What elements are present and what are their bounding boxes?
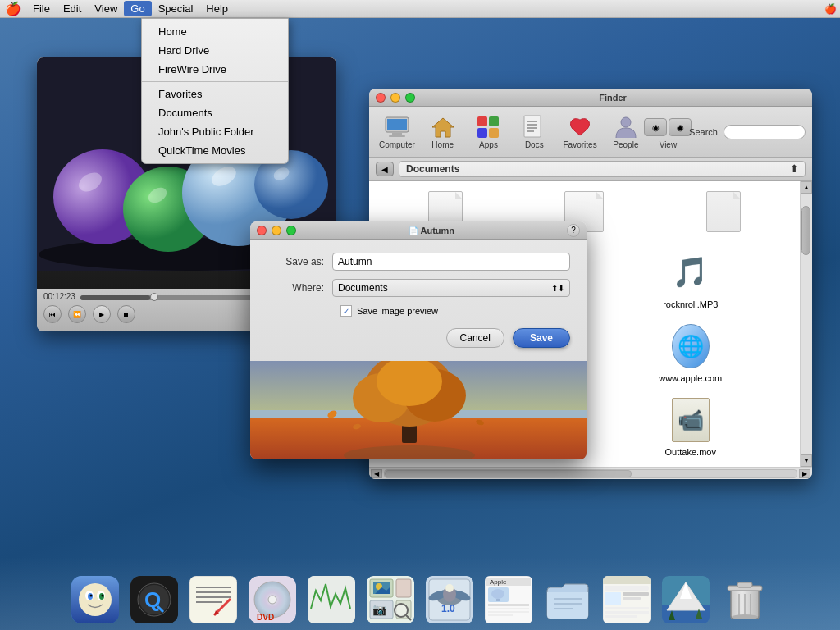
scroll-right-button[interactable]: ▶ (799, 469, 810, 478)
finder-close-button[interactable] (376, 93, 386, 103)
autumn-preview (250, 361, 587, 459)
toolbar-computer[interactable]: Computer (376, 112, 418, 152)
scrollbar-thumb[interactable] (801, 206, 810, 255)
go-menu-documents[interactable]: Documents (142, 103, 288, 122)
folder-dock-icon (544, 576, 591, 623)
menubar: 🍎 File Edit View Go Special Help 🍎 (0, 0, 840, 18)
svg-rect-90 (488, 614, 513, 616)
menu-file[interactable]: File (26, 1, 57, 16)
apple-menu-icon[interactable]: 🍎 (3, 1, 23, 16)
toolbar-home[interactable]: Home (422, 112, 464, 152)
rewind-button[interactable]: ⏮ (43, 305, 62, 323)
svg-marker-14 (432, 118, 454, 137)
finder-dock-icon (71, 576, 119, 623)
toolbar-apps[interactable]: Apps (468, 112, 510, 152)
save-dialog-titlebar: 📄 Autumn ? (250, 221, 587, 240)
menu-help[interactable]: Help (199, 1, 235, 16)
svg-rect-19 (524, 116, 541, 137)
save-as-input[interactable] (332, 253, 570, 271)
dock-item-dvd[interactable]: DVD (244, 568, 300, 623)
svg-rect-86 (496, 599, 500, 601)
dock-item-browser[interactable] (599, 568, 655, 623)
dock-item-mountain[interactable] (658, 568, 714, 623)
dock-item-textedit[interactable] (185, 568, 241, 623)
current-location: Documents (406, 163, 459, 175)
list-item[interactable]: 🌐 www.apple.com (588, 319, 794, 386)
toolbar-people[interactable]: People (605, 112, 647, 152)
save-minimize-button[interactable] (272, 226, 281, 235)
list-item[interactable]: 🎵 rocknroll.MP3 (588, 245, 794, 313)
go-menu-favorites[interactable]: Favorites (142, 84, 288, 103)
svg-point-59 (268, 596, 276, 604)
where-dropdown[interactable]: Documents ⬆⬇ (332, 279, 570, 297)
svg-rect-17 (477, 128, 487, 138)
stop-button[interactable]: ⏹ (117, 305, 135, 323)
svg-rect-96 (605, 586, 649, 591)
horizontal-scrollbar-thumb[interactable] (385, 470, 632, 477)
scrollbar-down-button[interactable]: ▼ (801, 454, 812, 467)
svg-rect-99 (623, 597, 641, 600)
go-menu-public-folder[interactable]: John's Public Folder (142, 122, 288, 141)
quicktime-dock-icon: Q (130, 576, 178, 623)
menu-edit[interactable]: Edit (57, 1, 88, 16)
save-close-button[interactable] (257, 226, 267, 235)
go-menu-firewire-drive[interactable]: FireWire Drive (142, 60, 288, 79)
scrollbar-up-button[interactable]: ▲ (801, 181, 812, 194)
svg-point-44 (102, 595, 104, 597)
menu-special[interactable]: Special (152, 1, 200, 16)
dvd-dock-icon: DVD (249, 576, 296, 623)
dock-item-finder[interactable] (67, 568, 123, 623)
menu-go[interactable]: Go (124, 1, 151, 16)
finder-minimize-button[interactable] (390, 93, 400, 103)
dock-item-trash[interactable] (717, 568, 773, 623)
save-as-label: Save as: (267, 256, 332, 267)
home-icon (430, 114, 456, 140)
toolbar-view[interactable]: ◉ ◉ View (651, 112, 686, 152)
finder-toolbar: Computer Home Apps (369, 107, 812, 158)
view-btn-1[interactable]: ◉ (644, 118, 667, 136)
dock-item-iphoto[interactable]: 📷 (363, 568, 418, 623)
svg-point-43 (90, 595, 93, 597)
finder-maximize-button[interactable] (405, 93, 415, 103)
toolbar-docs[interactable]: Docs (513, 112, 555, 152)
dock-item-quicktime[interactable]: Q (126, 568, 182, 623)
list-item[interactable] (691, 188, 756, 239)
dock-item-sound[interactable] (304, 568, 359, 623)
search-input[interactable] (724, 125, 806, 139)
skip-back-button[interactable]: ⏪ (68, 305, 86, 323)
play-button[interactable]: ▶ (93, 305, 111, 323)
audio-file-icon: 🎵 (669, 249, 712, 296)
toolbar-favorites[interactable]: Favorites (559, 112, 601, 152)
save-dialog-title: 📄 Autumn (301, 226, 562, 235)
go-menu-dropdown: Home Hard Drive FireWire Drive Favorites… (141, 18, 289, 164)
menu-view[interactable]: View (88, 1, 124, 16)
horizontal-scrollbar[interactable]: ◀ ▶ (369, 467, 812, 479)
cancel-button[interactable]: Cancel (446, 328, 504, 348)
svg-rect-15 (477, 116, 487, 126)
dock-item-apple-doc[interactable]: Apple (481, 568, 536, 623)
go-menu-home[interactable]: Home (142, 22, 288, 41)
finder-scrollbar[interactable]: ▲ ▼ (800, 181, 812, 467)
save-preview-checkbox[interactable]: ✓ (340, 305, 352, 317)
dock-item-mail[interactable]: 1.0 (422, 568, 477, 623)
location-bar[interactable]: Documents ⬆ (399, 161, 806, 177)
location-dropdown-icon[interactable]: ⬆ (790, 163, 798, 175)
save-maximize-button[interactable] (286, 226, 296, 235)
list-item[interactable]: 📹 Outtake.mov (588, 393, 794, 460)
checkbox-label: Save image preview (357, 306, 438, 316)
back-arrow-button[interactable]: ◀ (376, 162, 394, 176)
quicktime-time: 00:12:23 (43, 292, 75, 301)
svg-rect-13 (389, 135, 405, 137)
svg-text:1.0: 1.0 (441, 603, 455, 614)
toolbar-home-label: Home (431, 140, 454, 149)
browser-dock-icon (603, 576, 651, 623)
svg-rect-88 (488, 608, 529, 609)
dock-item-folder[interactable] (540, 568, 596, 623)
go-menu-hard-drive[interactable]: Hard Drive (142, 41, 288, 60)
svg-rect-12 (392, 133, 402, 135)
dialog-info-button[interactable]: ? (567, 224, 580, 237)
scroll-left-button[interactable]: ◀ (371, 469, 382, 478)
go-menu-quicktime-movies[interactable]: QuickTime Movies (142, 141, 288, 160)
save-button[interactable]: Save (513, 328, 570, 348)
svg-rect-95 (603, 576, 651, 584)
